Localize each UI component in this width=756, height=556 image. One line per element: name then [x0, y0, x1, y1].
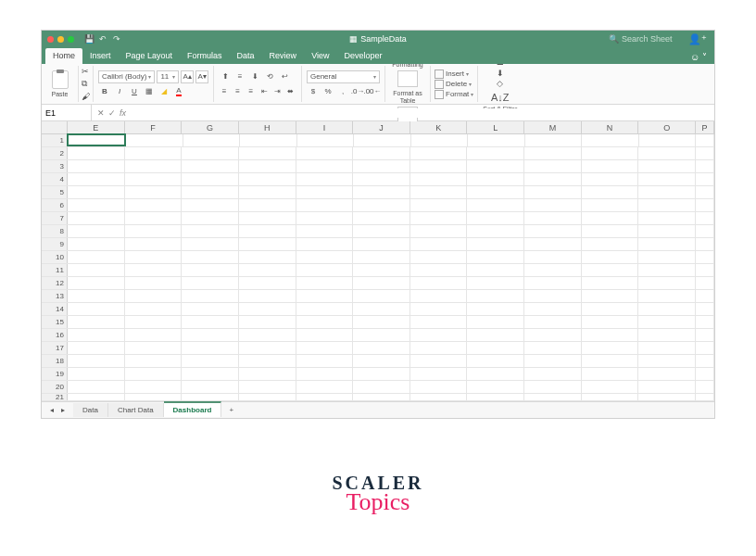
- feedback-icon[interactable]: ☺ ˅: [690, 52, 707, 62]
- cell[interactable]: [353, 303, 410, 315]
- cell[interactable]: [353, 212, 410, 224]
- cell[interactable]: [639, 134, 696, 146]
- cell[interactable]: [125, 277, 183, 289]
- cell[interactable]: [239, 368, 296, 380]
- cell[interactable]: [296, 342, 354, 354]
- cell[interactable]: [467, 186, 524, 198]
- cell[interactable]: [582, 277, 639, 289]
- cell[interactable]: [353, 342, 410, 354]
- cell[interactable]: [467, 394, 524, 400]
- cell[interactable]: [125, 225, 183, 237]
- cell[interactable]: [296, 186, 354, 198]
- sheet-tab-data[interactable]: Data: [73, 403, 108, 417]
- search-box[interactable]: 🔍: [609, 34, 687, 44]
- cell[interactable]: [125, 212, 183, 224]
- cell[interactable]: [353, 316, 410, 328]
- cell[interactable]: [696, 173, 714, 185]
- cell[interactable]: [125, 290, 183, 302]
- col-header[interactable]: O: [638, 121, 696, 133]
- cell[interactable]: [410, 394, 468, 400]
- cell[interactable]: [68, 186, 125, 198]
- cell[interactable]: [638, 160, 696, 172]
- tab-review[interactable]: Review: [262, 48, 305, 64]
- cell[interactable]: [239, 251, 296, 263]
- cell[interactable]: [353, 368, 410, 380]
- cell[interactable]: [125, 316, 183, 328]
- cell[interactable]: [182, 329, 239, 341]
- format-button[interactable]: Format ▾: [435, 90, 473, 99]
- align-right-icon[interactable]: ≡: [246, 85, 257, 98]
- cell[interactable]: [182, 238, 239, 250]
- cell[interactable]: [296, 303, 354, 315]
- cell[interactable]: [696, 199, 714, 211]
- cell[interactable]: [297, 134, 354, 146]
- row-header[interactable]: 15: [42, 316, 68, 328]
- cell[interactable]: [410, 251, 468, 263]
- cell[interactable]: [410, 316, 468, 328]
- tab-view[interactable]: View: [304, 48, 336, 64]
- row-header[interactable]: 14: [42, 303, 68, 315]
- cell[interactable]: [582, 212, 639, 224]
- comma-icon[interactable]: ,: [336, 85, 349, 98]
- cell[interactable]: [68, 329, 125, 341]
- cell[interactable]: [353, 225, 410, 237]
- cell[interactable]: [68, 290, 125, 302]
- col-header[interactable]: N: [582, 121, 639, 133]
- cell[interactable]: [582, 381, 639, 393]
- cell[interactable]: [696, 212, 714, 224]
- cell[interactable]: [68, 160, 125, 172]
- cell[interactable]: [410, 381, 468, 393]
- cell[interactable]: [582, 355, 639, 367]
- col-header[interactable]: P: [696, 121, 714, 133]
- search-input[interactable]: [622, 34, 687, 44]
- wrap-text-icon[interactable]: ↩: [278, 70, 291, 83]
- row-header[interactable]: 2: [42, 147, 68, 159]
- cell[interactable]: [696, 355, 714, 367]
- cell[interactable]: [239, 290, 296, 302]
- cell[interactable]: [467, 238, 524, 250]
- cell[interactable]: [68, 303, 125, 315]
- cell[interactable]: [296, 329, 354, 341]
- cell[interactable]: [182, 394, 239, 400]
- cell[interactable]: [353, 173, 410, 185]
- cell[interactable]: [467, 303, 524, 315]
- cell[interactable]: [524, 186, 582, 198]
- tab-developer[interactable]: Developer: [336, 48, 389, 64]
- cell[interactable]: [239, 147, 296, 159]
- cell[interactable]: [296, 368, 354, 380]
- row-header[interactable]: 4: [42, 173, 68, 185]
- row-header[interactable]: 1: [42, 134, 68, 146]
- cell[interactable]: [582, 264, 639, 276]
- row-header[interactable]: 11: [42, 264, 68, 276]
- cell[interactable]: [524, 290, 582, 302]
- percent-icon[interactable]: %: [321, 85, 334, 98]
- col-header[interactable]: F: [125, 121, 183, 133]
- align-middle-icon[interactable]: ≡: [233, 70, 246, 83]
- cell[interactable]: [68, 264, 125, 276]
- cell[interactable]: [125, 368, 183, 380]
- bold-button[interactable]: B: [98, 85, 111, 98]
- cell[interactable]: [638, 316, 696, 328]
- cell[interactable]: [239, 264, 296, 276]
- cell[interactable]: [182, 342, 239, 354]
- cell[interactable]: [126, 134, 183, 146]
- paste-icon[interactable]: [52, 70, 69, 89]
- cell[interactable]: [467, 264, 524, 276]
- row-header[interactable]: 9: [42, 238, 68, 250]
- cell[interactable]: [467, 355, 524, 367]
- cell[interactable]: [638, 355, 696, 367]
- col-header[interactable]: I: [296, 121, 354, 133]
- cell[interactable]: [353, 355, 410, 367]
- cell[interactable]: [582, 251, 639, 263]
- cell[interactable]: [696, 264, 714, 276]
- cell[interactable]: [524, 251, 582, 263]
- cell[interactable]: [467, 199, 524, 211]
- row-header[interactable]: 5: [42, 186, 68, 198]
- cell[interactable]: [239, 303, 296, 315]
- cell[interactable]: [182, 381, 239, 393]
- cell[interactable]: [353, 290, 410, 302]
- cell[interactable]: [524, 342, 582, 354]
- cell[interactable]: [182, 212, 239, 224]
- cell[interactable]: [467, 316, 524, 328]
- tab-formulas[interactable]: Formulas: [180, 48, 230, 64]
